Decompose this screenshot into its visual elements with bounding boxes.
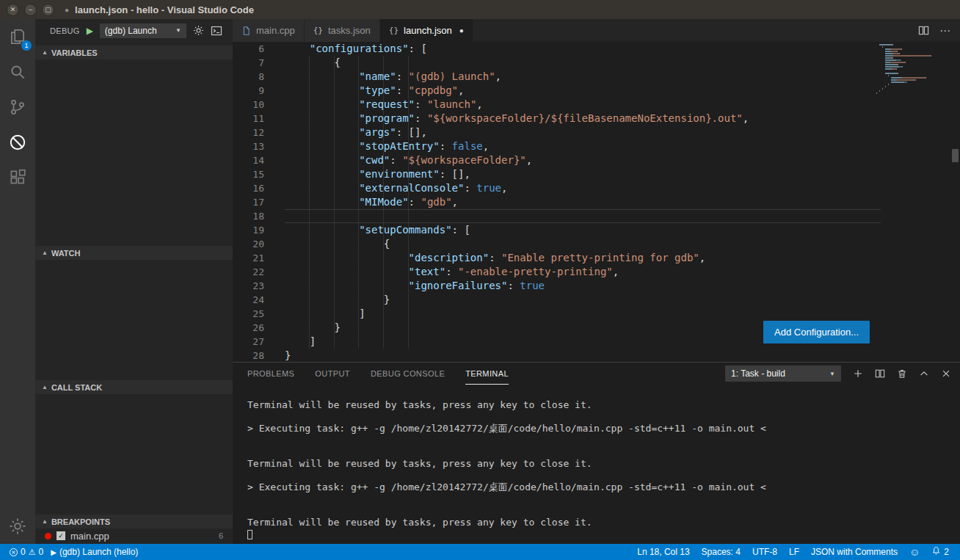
cursor-position[interactable]: Ln 18, Col 13 <box>633 544 693 560</box>
minimap-line <box>876 62 950 63</box>
git-branch-icon <box>8 98 27 117</box>
terminal-line: > Executing task: g++ -g /home/zl2014277… <box>247 481 960 493</box>
section-variables[interactable]: ▲ VARIABLES <box>35 46 233 59</box>
debug-status-label: (gdb) Launch (hello) <box>59 547 138 557</box>
activity-settings[interactable] <box>0 509 35 544</box>
section-call-stack[interactable]: ▲ CALL STACK <box>35 380 233 394</box>
editor-scrollbar[interactable] <box>950 42 960 362</box>
line-number: 25 <box>233 307 285 321</box>
gear-icon <box>9 517 26 535</box>
code-editor[interactable]: 6 "configurations": [7 {8 "name": "(gdb)… <box>233 42 960 362</box>
line-content: "description": "Enable pretty-printing f… <box>285 251 960 265</box>
smiley-icon: ☺ <box>909 547 920 557</box>
code-line-6: 6 "configurations": [ <box>233 42 960 56</box>
code-line-25: 25 ] <box>233 307 960 321</box>
code-line-9: 9 "type": "cppdbg", <box>233 84 960 98</box>
tab-label: tasks.json <box>328 25 371 36</box>
new-terminal-icon[interactable] <box>853 368 863 379</box>
minimize-window-button[interactable]: – <box>24 4 37 16</box>
activity-debug[interactable] <box>0 125 35 160</box>
start-debug-button[interactable]: ▶ <box>87 26 93 35</box>
indentation-status[interactable]: Spaces: 4 <box>698 544 744 560</box>
panel-tab-debug-console[interactable]: DEBUG CONSOLE <box>371 363 445 385</box>
terminal-output[interactable]: Terminal will be reused by tasks, press … <box>233 385 960 544</box>
line-number: 11 <box>233 112 285 126</box>
line-number: 27 <box>233 335 285 349</box>
encoding-status[interactable]: UTF-8 <box>749 544 781 560</box>
minimap-line <box>876 57 950 59</box>
minimap-line <box>876 79 950 81</box>
feedback-smiley[interactable]: ☺ <box>906 544 923 560</box>
minimap-line <box>876 75 950 76</box>
split-editor-icon[interactable] <box>918 25 929 36</box>
tab-launch.json[interactable]: {}launch.json● <box>380 19 473 42</box>
line-content: "name": "(gdb) Launch", <box>285 70 960 84</box>
tab-modified-dot[interactable]: ● <box>459 26 464 34</box>
more-actions-icon[interactable]: ⋯ <box>939 24 951 37</box>
breakpoint-item[interactable]: ✓ main.cpp 6 <box>35 528 233 544</box>
minimap-line <box>876 84 950 85</box>
line-content <box>285 209 960 223</box>
close-window-button[interactable]: ✕ <box>7 4 19 16</box>
line-content: "request": "launch", <box>285 98 960 112</box>
problems-status[interactable]: ✕ 0 ⚠ 0 <box>6 544 47 560</box>
section-watch[interactable]: ▲ WATCH <box>35 246 233 260</box>
error-count: 0 <box>21 547 26 557</box>
activity-explorer[interactable]: 1 <box>0 19 35 54</box>
encoding-label: UTF-8 <box>752 547 777 557</box>
configure-gear-icon[interactable] <box>193 25 204 36</box>
debug-icon <box>8 133 27 152</box>
section-expand-icon: ▲ <box>42 250 48 256</box>
code-line-22: 22 "text": "-enable-pretty-printing", <box>233 265 960 279</box>
eol-status[interactable]: LF <box>785 544 803 560</box>
terminal-select-dropdown[interactable]: 1: Task - build ▼ <box>725 366 841 382</box>
kill-terminal-trash-icon[interactable] <box>897 368 907 379</box>
unsaved-count-badge: 1 <box>21 40 32 51</box>
breakpoint-checkbox[interactable]: ✓ <box>57 531 65 540</box>
minimap-line <box>876 88 950 90</box>
close-panel-icon[interactable] <box>941 368 951 379</box>
panel-tab-output[interactable]: OUTPUT <box>315 363 350 385</box>
tab-label: main.cpp <box>256 25 295 36</box>
line-number: 7 <box>233 56 285 70</box>
launch-config-value: (gdb) Launch <box>105 26 157 36</box>
line-number: 20 <box>233 237 285 251</box>
debug-status[interactable]: ▶ (gdb) Launch (hello) <box>47 544 142 560</box>
panel-tab-terminal[interactable]: TERMINAL <box>465 363 509 385</box>
line-content: "setupCommands": [ <box>285 223 960 237</box>
code-line-28: 28} <box>233 349 960 362</box>
tab-tasks.json[interactable]: {}tasks.json <box>305 19 380 42</box>
minimap[interactable] <box>876 44 950 95</box>
split-terminal-icon[interactable] <box>875 368 885 379</box>
open-debug-console-icon[interactable] <box>211 25 222 37</box>
add-configuration-button[interactable]: Add Configuration... <box>763 321 870 343</box>
minimap-line <box>876 90 950 92</box>
launch-config-dropdown[interactable]: (gdb) Launch ▼ <box>100 23 186 38</box>
line-number: 23 <box>233 279 285 293</box>
minimap-line <box>876 86 950 87</box>
activity-source-control[interactable] <box>0 90 35 125</box>
line-number: 12 <box>233 126 285 139</box>
eol-label: LF <box>789 547 799 557</box>
code-line-19: 19 "setupCommands": [ <box>233 223 960 237</box>
line-content: "cwd": "${workspaceFolder}", <box>285 153 960 167</box>
code-line-12: 12 "args": [], <box>233 126 960 139</box>
notifications[interactable]: 2 <box>928 544 953 560</box>
line-number: 6 <box>233 42 285 56</box>
section-breakpoints[interactable]: ▲ BREAKPOINTS <box>35 514 233 528</box>
section-label: WATCH <box>51 249 81 258</box>
activity-extensions[interactable] <box>0 160 35 195</box>
scrollbar-handle[interactable] <box>952 149 959 162</box>
tab-main.cpp[interactable]: main.cpp <box>233 19 305 42</box>
terminal-line: Terminal will be reused by tasks, press … <box>247 517 960 528</box>
maximize-window-button[interactable]: ▢ <box>42 4 54 16</box>
line-number: 9 <box>233 84 285 98</box>
tab-label: launch.json <box>404 25 452 36</box>
minimap-line <box>876 51 950 52</box>
minimap-line <box>876 73 950 74</box>
language-mode[interactable]: JSON with Comments <box>807 544 901 560</box>
activity-search[interactable] <box>0 54 35 90</box>
panel-tab-problems[interactable]: PROBLEMS <box>247 363 294 385</box>
maximize-panel-chevron-icon[interactable] <box>919 368 929 379</box>
activity-bar: 1 <box>0 19 35 544</box>
